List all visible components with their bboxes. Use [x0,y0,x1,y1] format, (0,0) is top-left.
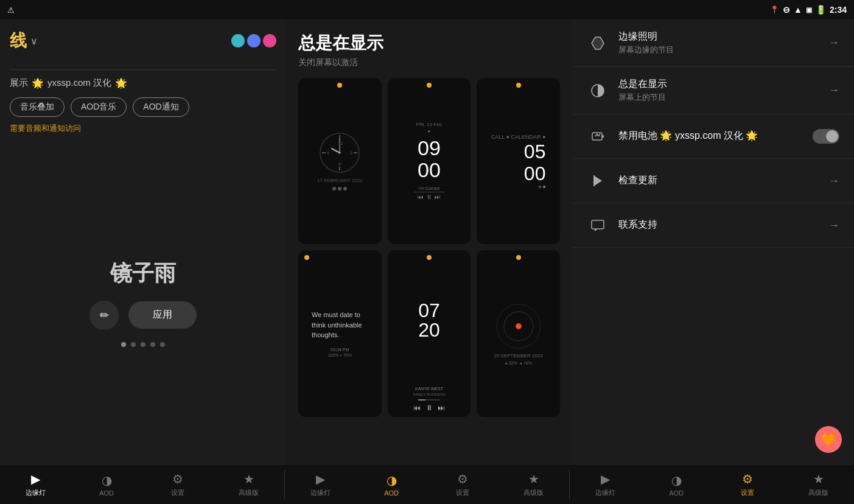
nav-item-edge-mid[interactable]: ▶ 边缘灯 [285,465,356,504]
aod-notify-btn[interactable]: AOD通知 [133,97,189,117]
svg-marker-17 [592,37,604,49]
permission-text: 需要音频和通知访问 [10,123,276,134]
battery-icon: 🔋 [816,5,826,15]
nav-premium-label-right: 高级版 [808,488,828,497]
svg-line-23 [598,134,600,136]
svg-line-7 [332,149,340,153]
preview-card-analog[interactable]: 12 3 6 9 17 FEBRUARY 2022 [298,78,382,244]
battery-text: 禁用电池 🌟 yxssp.com 汉化 🌟 [618,130,803,144]
preview-card-digital[interactable]: FRI, 13 Feb ● 09 00 I'm Current ⏮ ⏸ ⏭ [388,78,471,244]
right-nav-section: ▶ 边缘灯 ◑ AOD ⚙ 设置 ★ 高级版 [570,465,854,504]
page-dot-2 [131,342,136,347]
quote-content: We must date to think unthinkable though… [304,259,376,408]
nav-settings-icon-right: ⚙ [742,472,753,486]
preview-section: 镜子雨 ✏ 应用 [10,150,276,455]
dots-row[interactable] [231,34,276,47]
heart-button[interactable]: 🧡 [815,426,842,453]
battery-toggle[interactable] [813,129,839,144]
settings-item-support[interactable]: 联系支持 → [572,203,854,248]
nav-edge-label-mid: 边缘灯 [310,488,331,497]
nav-item-edge-left[interactable]: ▶ 边缘灯 [0,465,71,504]
pagination-dots [121,342,165,347]
nav-settings-icon-mid: ⚙ [457,472,468,486]
play-icon: ⏸ [425,404,433,412]
update-icon [587,170,609,192]
update-arrow: → [828,175,839,187]
site-label: yxssp.com 汉化 [47,77,111,89]
nav-edge-icon-mid: ▶ [316,472,325,486]
svg-text:3: 3 [350,151,352,155]
location-icon: 📍 [770,5,779,14]
exhibition-row: 展示 🌟 yxssp.com 汉化 🌟 [10,77,276,89]
nav-item-premium-right[interactable]: ★ 高级版 [783,465,854,504]
svg-rect-26 [592,220,604,229]
status-right: 📍 ⊖ ▲ ▣ 🔋 2:34 [770,5,847,15]
support-text: 联系支持 [618,219,819,233]
heart-icon: 🧡 [821,432,836,447]
nav-item-settings-right[interactable]: ⚙ 设置 [712,465,783,504]
quote-status: 100% • 76% [328,353,352,357]
next-icon: ⏭ [438,404,445,412]
battery-settings-icon [587,125,609,147]
preview-card-time3[interactable]: CALL ● CALENDAR ● 05 00 [477,78,560,244]
settings-item-update[interactable]: 检查更新 → [572,159,854,203]
settings-item-battery[interactable]: 禁用电池 🌟 yxssp.com 汉化 🌟 [572,114,854,159]
edge-lighting-title: 边缘照明 [618,30,819,43]
page-dot-4 [150,342,155,347]
nav-premium-icon-right: ★ [813,472,824,486]
exhibition-label: 展示 [10,77,28,89]
nav-edge-icon-right: ▶ [601,472,610,486]
nav-settings-icon-left: ⚙ [172,472,183,486]
nav-item-aod-left[interactable]: ◑ AOD [71,465,142,504]
star-icon-2: 🌟 [115,77,127,89]
nav-aod-label-mid: AOD [384,489,399,497]
nav-premium-label-mid: 高级版 [523,488,544,497]
nav-item-aod-mid[interactable]: ◑ AOD [356,465,427,504]
nav-item-edge-right[interactable]: ▶ 边缘灯 [570,465,641,504]
music-controls: ⏮ ⏸ ⏭ [413,404,445,412]
page-dot-3 [141,342,145,347]
nav-item-settings-left[interactable]: ⚙ 设置 [142,465,214,504]
nav-settings-label-right: 设置 [741,488,754,497]
time3-indicator [539,186,545,188]
nav-item-premium-mid[interactable]: ★ 高级版 [498,465,569,504]
update-title: 检查更新 [618,174,819,187]
settings-item-edge-lighting[interactable]: 边缘照明 屏幕边缘的节目 → [572,19,854,67]
nav-edge-icon-left: ▶ [31,472,40,486]
music-card-content: 07 20 KANYE WEST FAMILY BUSINESS ⏮ ⏸ ⏭ [408,250,450,416]
mid-nav-section: ▶ 边缘灯 ◑ AOD ⚙ 设置 ★ 高级版 [285,465,569,504]
nav-item-settings-mid[interactable]: ⚙ 设置 [427,465,499,504]
music-track-name: FAMILY BUSINESS [413,393,446,396]
analog-date: 17 FEBRUARY 2022 [317,178,362,183]
music-overlay-btn[interactable]: 音乐叠加 [10,97,65,117]
quote-text: We must date to think unthinkable though… [312,310,368,340]
preview-card-dotcircle[interactable]: 29 SEPTEMBER 2022 ● 32% ● 76% [477,250,560,416]
svg-text:9: 9 [327,151,329,155]
aod-music-btn[interactable]: AOD音乐 [71,97,127,117]
svg-rect-25 [593,175,595,186]
edit-button[interactable]: ✏ [89,301,119,330]
nav-item-premium-left[interactable]: ★ 高级版 [213,465,284,504]
digital-top-info2: ● [428,128,431,134]
support-icon [587,214,609,236]
preview-card-quote[interactable]: We must date to think unthinkable though… [298,250,382,416]
app-header: 线 ∨ [10,29,276,52]
edge-lighting-arrow: → [828,37,839,49]
nav-aod-label-left: AOD [99,489,114,497]
preview-card-music[interactable]: 07 20 KANYE WEST FAMILY BUSINESS ⏮ ⏸ ⏭ [388,250,471,416]
aod-desc: 屏幕上的节目 [618,92,819,103]
svg-text:12: 12 [338,141,343,145]
apply-button[interactable]: 应用 [128,301,197,329]
card-dot-1 [337,83,342,88]
nav-item-aod-right[interactable]: ◑ AOD [641,465,712,504]
svg-text:6: 6 [338,162,341,166]
status-time: 2:34 [830,5,847,15]
status-bar: ⚠ 📍 ⊖ ▲ ▣ 🔋 2:34 [0,0,854,19]
app-title-area[interactable]: 线 ∨ [10,29,38,52]
digital-time-bottom: 00 [418,159,441,180]
settings-item-aod[interactable]: 总是在显示 屏幕上的节目 → [572,67,854,114]
music-playing-label: I'm Current [419,186,439,191]
music-nav: ⏮ ⏸ ⏭ [418,194,441,200]
nav-settings-label-left: 设置 [171,488,184,497]
star-icon-1: 🌟 [32,77,44,89]
